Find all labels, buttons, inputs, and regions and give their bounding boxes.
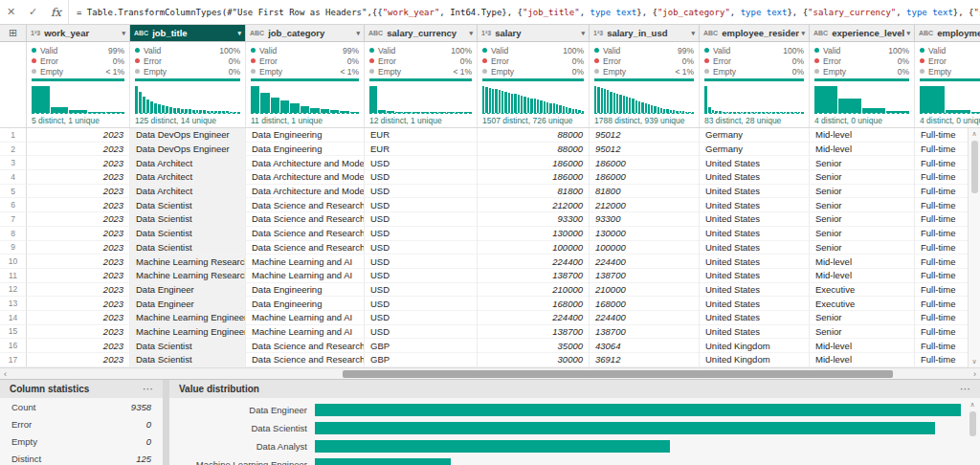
cell-salary_in_usd[interactable]: 212000	[590, 198, 700, 212]
cell-salary_currency[interactable]: USD	[365, 311, 478, 325]
cell-salary_in_usd[interactable]: 130000	[590, 227, 700, 241]
row-number[interactable]: 5	[0, 185, 27, 199]
row-number[interactable]: 15	[0, 325, 27, 340]
formula-input[interactable]: = Table.TransformColumnTypes(#"Use First…	[69, 0, 980, 24]
cell-salary[interactable]: 186000	[478, 156, 590, 170]
cell-salary_currency[interactable]: USD	[365, 156, 478, 170]
horizontal-scroll-thumb[interactable]	[343, 370, 893, 378]
column-type-text-icon[interactable]: ABC	[919, 30, 933, 36]
filter-dropdown-icon[interactable]: ▾	[122, 30, 125, 37]
cell-employee_residence[interactable]: United States	[700, 198, 810, 212]
row-number[interactable]: 12	[0, 283, 27, 298]
column-type-text-icon[interactable]: ABC	[368, 30, 383, 36]
cell-experience_level[interactable]: Senior	[810, 212, 915, 227]
cell-salary_in_usd[interactable]: 43064	[590, 339, 700, 353]
column-header-experience_level[interactable]: ABCexperience_level▾	[810, 25, 915, 42]
confirm-icon[interactable]: ✓	[22, 0, 44, 24]
cell-job_title[interactable]: Data DevOps Engineer	[130, 143, 246, 157]
column-header-employee_residence[interactable]: ABCemployee_residence▾	[700, 25, 810, 42]
cell-employee_residence[interactable]: United Kingdom	[700, 339, 810, 353]
cell-salary_in_usd[interactable]: 36912	[590, 353, 700, 367]
cell-job_category[interactable]: Data Engineering	[246, 283, 365, 298]
grid-vertical-scrollbar[interactable]: ∧ ∨	[968, 128, 980, 367]
distribution-row[interactable]: Data Analyst	[169, 437, 980, 455]
cell-job_title[interactable]: Data Scientist	[130, 241, 246, 255]
row-number[interactable]: 2	[0, 143, 27, 157]
cell-salary_currency[interactable]: USD	[365, 269, 478, 283]
cell-work_year[interactable]: 2023	[27, 185, 130, 199]
cell-job_title[interactable]: Data Architect	[130, 170, 246, 185]
cell-salary[interactable]: 88000	[478, 143, 590, 157]
cell-job_category[interactable]: Data Science and Research	[246, 227, 365, 241]
row-number[interactable]: 7	[0, 212, 27, 227]
cell-salary_currency[interactable]: GBP	[365, 353, 478, 367]
cell-salary_in_usd[interactable]: 186000	[590, 170, 700, 185]
row-number[interactable]: 1	[0, 128, 27, 143]
cell-job_title[interactable]: Data Scientist	[130, 212, 246, 227]
row-number[interactable]: 3	[0, 156, 27, 170]
cell-job_title[interactable]: Data Scientist	[130, 198, 246, 212]
cell-work_year[interactable]: 2023	[27, 143, 130, 157]
filter-dropdown-icon[interactable]: ▾	[356, 30, 360, 37]
cell-salary[interactable]: 35000	[478, 339, 590, 353]
row-number[interactable]: 4	[0, 170, 27, 185]
column-type-number-icon[interactable]: 1²3	[31, 30, 40, 36]
distribution-row[interactable]: Data Engineer	[169, 401, 980, 419]
cell-employee_residence[interactable]: United States	[700, 311, 810, 325]
cell-employee_residence[interactable]: Germany	[700, 143, 810, 157]
cell-salary[interactable]: 81800	[478, 185, 590, 199]
vertical-scroll-thumb[interactable]	[971, 141, 978, 193]
cell-employee_residence[interactable]: United States	[700, 170, 810, 185]
cell-salary_in_usd[interactable]: 93300	[590, 212, 700, 227]
cell-work_year[interactable]: 2023	[27, 255, 130, 269]
cell-experience_level[interactable]: Executive	[810, 297, 915, 311]
cell-employee_residence[interactable]: United States	[700, 325, 810, 340]
cell-salary_currency[interactable]: USD	[365, 255, 478, 269]
cell-salary_in_usd[interactable]: 138700	[590, 325, 700, 340]
cell-salary_in_usd[interactable]: 81800	[590, 185, 700, 199]
cell-salary_in_usd[interactable]: 100000	[590, 241, 700, 255]
cell-salary_currency[interactable]: USD	[365, 170, 478, 185]
column-header-job_title[interactable]: ABCjob_title▾	[130, 25, 246, 42]
row-number[interactable]: 17	[0, 353, 27, 367]
cell-salary_currency[interactable]: USD	[365, 227, 478, 241]
cell-salary_currency[interactable]: USD	[365, 283, 478, 298]
row-number[interactable]: 16	[0, 339, 27, 353]
cell-experience_level[interactable]: Senior	[810, 170, 915, 185]
cell-job_title[interactable]: Machine Learning Engineer	[130, 325, 246, 340]
cell-employee_residence[interactable]: Germany	[700, 128, 810, 143]
scroll-up-icon[interactable]: ∧	[969, 401, 974, 409]
cell-salary[interactable]: 224400	[478, 311, 590, 325]
column-type-number-icon[interactable]: 1²3	[481, 30, 491, 36]
cell-salary[interactable]: 224400	[478, 255, 590, 269]
cell-salary_currency[interactable]: GBP	[365, 339, 478, 353]
cell-job_category[interactable]: Data Science and Research	[246, 339, 365, 353]
more-options-icon[interactable]: ⋯	[960, 383, 970, 395]
cell-employee_residence[interactable]: United States	[700, 283, 810, 298]
cell-job_category[interactable]: Machine Learning and AI	[246, 311, 365, 325]
cell-salary_in_usd[interactable]: 168000	[590, 297, 700, 311]
cell-experience_level[interactable]: Mid-level	[810, 128, 915, 143]
cell-job_category[interactable]: Data Architecture and Modeling	[246, 156, 365, 170]
cell-job_title[interactable]: Machine Learning Researcher	[130, 255, 246, 269]
cell-experience_level[interactable]: Senior	[810, 185, 915, 199]
cell-experience_level[interactable]: Senior	[810, 325, 915, 340]
column-header-employment_type[interactable]: ABCemployment_type▾	[915, 25, 980, 42]
cell-work_year[interactable]: 2023	[27, 170, 130, 185]
scroll-down-icon[interactable]: ∨	[971, 358, 976, 365]
cell-job_category[interactable]: Data Engineering	[246, 143, 365, 157]
cell-salary[interactable]: 88000	[478, 128, 590, 143]
cell-work_year[interactable]: 2023	[27, 339, 130, 353]
filter-dropdown-icon[interactable]: ▾	[237, 30, 241, 37]
cell-job_title[interactable]: Data Scientist	[130, 339, 246, 353]
cell-salary[interactable]: 30000	[478, 353, 590, 367]
row-number[interactable]: 9	[0, 241, 27, 255]
cell-salary_in_usd[interactable]: 224400	[590, 255, 700, 269]
row-number[interactable]: 6	[0, 198, 27, 212]
cell-job_title[interactable]: Data DevOps Engineer	[130, 128, 246, 143]
cell-salary[interactable]: 210000	[478, 283, 590, 298]
distribution-row[interactable]: Machine Learning Engineer	[169, 455, 980, 465]
cell-job_title[interactable]: Data Scientist	[130, 227, 246, 241]
cell-employee_residence[interactable]: United States	[700, 156, 810, 170]
cell-salary_currency[interactable]: USD	[365, 325, 478, 340]
